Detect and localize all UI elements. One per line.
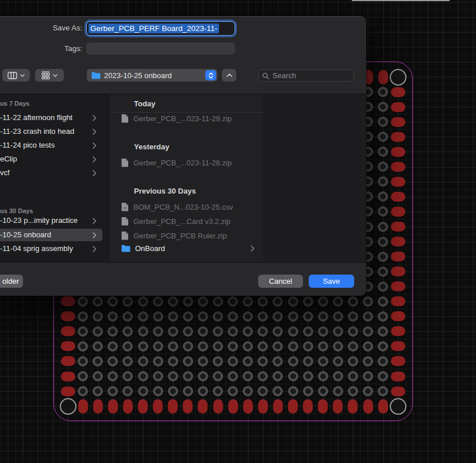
- popup-stepper-icon: [205, 70, 216, 80]
- chevron-down-icon: [20, 74, 25, 77]
- sidebar-item[interactable]: -11-24 pico tests: [0, 139, 102, 152]
- pcb-through-hole: [288, 341, 298, 352]
- pcb-through-hole: [333, 311, 343, 322]
- pcb-through-hole: [303, 296, 313, 307]
- pcb-through-hole: [318, 341, 328, 352]
- sidebar-item-selected[interactable]: -10-25 onboard: [0, 229, 102, 241]
- pcb-through-hole: [153, 296, 163, 307]
- pcb-pad: [391, 87, 405, 97]
- pcb-mounting-hole: [390, 398, 406, 415]
- search-field[interactable]: [258, 70, 354, 82]
- chevron-right-icon: [93, 232, 97, 238]
- sidebar-item-label: -10-23 p...imity practice: [0, 216, 78, 225]
- group-by-button[interactable]: [35, 69, 64, 82]
- pcb-through-hole: [153, 371, 163, 381]
- file-row[interactable]: Gerber_PCB_...023-11-28.zip: [110, 156, 264, 169]
- pcb-through-hole: [303, 326, 313, 337]
- file-row[interactable]: Gerber_PCB_...Card v3.2.zip: [110, 214, 264, 228]
- folder-row[interactable]: OnBoard: [110, 241, 264, 255]
- pcb-through-hole: [258, 311, 268, 322]
- sidebar-section-header: us 7 Days: [0, 98, 29, 109]
- search-icon: [262, 72, 269, 79]
- pcb-pad: [61, 296, 75, 306]
- save-as-input[interactable]: Gerber_PCB_PERF Board_2023-11-: [86, 21, 235, 36]
- save-button[interactable]: Save: [309, 275, 354, 288]
- pcb-pad: [61, 372, 75, 381]
- pcb-pad: [391, 372, 405, 381]
- sidebar-item[interactable]: vcf: [0, 167, 102, 179]
- pcb-pad: [391, 311, 405, 321]
- folder-icon: [121, 245, 130, 252]
- pcb-through-hole: [348, 356, 358, 366]
- pcb-pad: [273, 399, 283, 414]
- pcb-through-hole: [348, 296, 358, 307]
- pcb-through-hole: [363, 311, 373, 322]
- pcb-through-hole: [168, 386, 178, 396]
- folder-popup[interactable]: 2023-10-25 onboard: [87, 69, 217, 82]
- pcb-through-hole: [228, 311, 238, 322]
- chevron-right-icon: [93, 115, 97, 121]
- sidebar-item[interactable]: -11-23 crash into head: [0, 125, 102, 138]
- chevron-down-icon: [53, 74, 57, 77]
- file-row[interactable]: BOM_PCB_N...023-10-25.csv: [110, 200, 264, 214]
- parent-folder-button[interactable]: [222, 69, 236, 82]
- pcb-pad: [363, 399, 373, 414]
- pcb-through-hole: [198, 371, 208, 381]
- file-group-header: Previous 30 Days: [134, 186, 196, 197]
- pcb-through-hole: [363, 386, 373, 396]
- pcb-through-hole: [333, 371, 343, 381]
- search-input[interactable]: [271, 71, 350, 80]
- pcb-through-hole: [168, 311, 178, 322]
- file-list: Today Gerber_PCB_...023-11-29.zip Yester…: [110, 94, 264, 262]
- save-as-selected-text: Gerber_PCB_PERF Board_2023-11-: [89, 24, 219, 33]
- pcb-pad: [93, 399, 103, 414]
- pcb-through-hole: [198, 311, 208, 322]
- pcb-pad: [123, 399, 133, 414]
- sidebar-item[interactable]: -10-23 p...imity practice: [0, 214, 102, 227]
- pcb-through-hole: [243, 326, 253, 337]
- pcb-pad: [391, 192, 405, 202]
- pcb-through-hole: [198, 326, 208, 337]
- file-row[interactable]: Gerber_PCB_...023-11-29.zip: [110, 111, 264, 125]
- pcb-pad: [78, 399, 88, 414]
- pcb-through-hole: [108, 311, 118, 322]
- pcb-through-hole: [303, 311, 313, 322]
- file-name: Gerber_PCB_...023-11-28.zip: [133, 159, 232, 167]
- pcb-mounting-hole: [60, 398, 76, 415]
- pcb-through-hole: [378, 237, 388, 247]
- file-row[interactable]: Gerber_PCB_PCB Ruler.zip: [110, 229, 264, 242]
- view-mode-button[interactable]: [2, 69, 30, 82]
- pcb-pad: [391, 222, 405, 232]
- pcb-through-hole: [183, 371, 193, 381]
- pcb-pad: [378, 70, 388, 84]
- column-view-icon: [7, 72, 17, 79]
- pcb-through-hole: [183, 296, 193, 307]
- pcb-through-hole: [243, 311, 253, 322]
- pcb-through-hole: [78, 311, 88, 322]
- sidebar-item[interactable]: -11-22 afternoon flight: [0, 111, 102, 124]
- cancel-button[interactable]: Cancel: [258, 275, 303, 288]
- pcb-pad: [391, 147, 405, 157]
- pcb-through-hole: [213, 326, 223, 337]
- new-folder-button[interactable]: older: [0, 275, 23, 288]
- file-list-next-column: [265, 94, 366, 262]
- pcb-through-hole: [153, 341, 163, 352]
- chevron-up-icon: [227, 74, 232, 77]
- sidebar-item-label: -10-25 onboard: [0, 230, 51, 239]
- sidebar-item[interactable]: eClip: [0, 153, 102, 165]
- tags-input[interactable]: [86, 43, 235, 55]
- pcb-through-hole: [303, 356, 313, 366]
- pcb-through-hole: [378, 296, 388, 307]
- pcb-through-hole: [93, 296, 103, 307]
- pcb-through-hole: [318, 326, 328, 337]
- pcb-through-hole: [333, 341, 343, 352]
- sidebar-item-label: -11-22 afternoon flight: [0, 113, 72, 122]
- pcb-through-hole: [138, 341, 148, 352]
- file-name: Gerber_PCB_...Card v3.2.zip: [133, 217, 231, 226]
- sidebar-item[interactable]: -11-04 sprig assembly: [0, 242, 102, 255]
- pcb-pad: [391, 326, 405, 336]
- chevron-right-icon: [93, 142, 97, 149]
- zip-file-icon: [121, 114, 129, 123]
- pcb-pad: [348, 399, 358, 414]
- pcb-through-hole: [318, 356, 328, 366]
